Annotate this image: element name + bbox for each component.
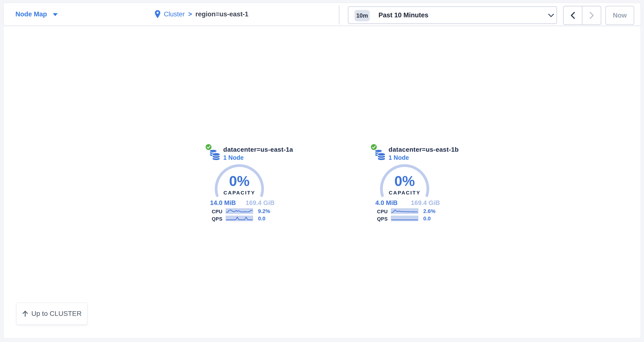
locality-card-us-east-1a[interactable]: datacenter=us-east-1a 1 Node 0% CAPACITY… [198, 143, 281, 224]
chevron-down-icon [53, 13, 58, 16]
capacity-percentage: 0% [378, 173, 432, 189]
time-window-badge: 10m [354, 10, 370, 21]
topbar: Node Map Cluster > region=us-east-1 10m … [4, 3, 641, 26]
view-switcher-label: Node Map [16, 10, 47, 18]
capacity-label: CAPACITY [212, 190, 266, 196]
qps-sparkline [391, 216, 418, 221]
location-pin-icon [155, 10, 160, 18]
cpu-value: 9.2% [258, 208, 270, 215]
up-to-cluster-button[interactable]: Up to CLUSTER [16, 303, 87, 325]
capacity-percentage: 0% [212, 173, 266, 189]
locality-card-us-east-1b[interactable]: datacenter=us-east-1b 1 Node 0% CAPACITY… [363, 143, 446, 224]
header-divider [339, 5, 339, 24]
capacity-used-value: 4.0 MiB [375, 199, 398, 207]
check-circle-icon [370, 144, 377, 150]
chevron-down-icon [548, 13, 554, 17]
capacity-total-value: 169.4 GiB [402, 199, 440, 207]
locality-nodes-link[interactable]: 1 Node [223, 154, 244, 161]
cpu-sparkline [391, 208, 418, 214]
breadcrumb: Cluster > region=us-east-1 [155, 3, 248, 25]
breadcrumb-separator: > [188, 10, 192, 18]
qps-value: 0.0 [423, 215, 431, 222]
qps-value: 0.0 [258, 215, 266, 222]
locality-name: datacenter=us-east-1a [223, 146, 293, 153]
chevron-right-icon [588, 11, 595, 19]
up-to-cluster-label: Up to CLUSTER [31, 310, 82, 318]
time-window-dropdown[interactable]: 10m Past 10 Minutes [348, 6, 557, 24]
time-step-buttons [563, 6, 601, 25]
cpu-label: CPU [377, 209, 390, 215]
cpu-label: CPU [212, 209, 225, 215]
chevron-left-icon [570, 11, 576, 19]
time-forward-button[interactable] [582, 6, 601, 24]
capacity-label: CAPACITY [378, 190, 432, 196]
capacity-total-value: 169.4 GiB [237, 199, 274, 207]
qps-sparkline [226, 216, 253, 221]
cpu-sparkline [226, 208, 253, 214]
now-button[interactable]: Now [605, 6, 634, 25]
time-window-label: Past 10 Minutes [378, 7, 428, 23]
time-back-button[interactable] [564, 6, 582, 24]
arrow-up-icon [22, 310, 28, 317]
view-switcher-dropdown[interactable]: Node Map [16, 3, 58, 25]
breadcrumb-cluster-link[interactable]: Cluster [164, 10, 185, 18]
node-map-canvas: datacenter=us-east-1a 1 Node 0% CAPACITY… [4, 26, 640, 338]
capacity-used-value: 14.0 MiB [210, 199, 236, 207]
locality-name: datacenter=us-east-1b [388, 146, 459, 153]
qps-label: QPS [377, 216, 390, 222]
locality-nodes-link[interactable]: 1 Node [388, 154, 409, 161]
check-circle-icon [205, 144, 212, 150]
breadcrumb-current: region=us-east-1 [195, 10, 248, 18]
cpu-value: 2.6% [423, 208, 436, 215]
qps-label: QPS [212, 216, 225, 222]
